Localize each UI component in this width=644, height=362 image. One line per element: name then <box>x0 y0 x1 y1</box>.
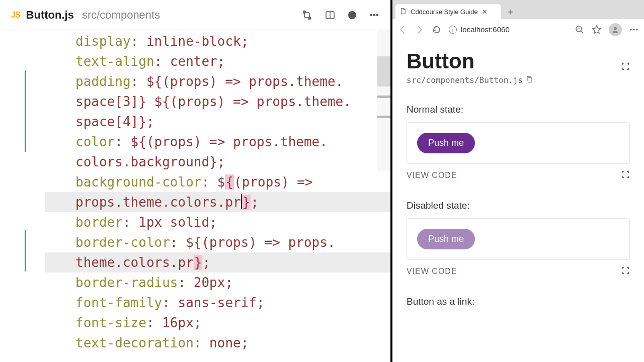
file-name: Button.js <box>26 9 74 22</box>
favorite-icon[interactable] <box>592 25 602 35</box>
back-button[interactable] <box>397 25 408 35</box>
editor-tab-bar: JS Button.js src/components <box>0 0 390 30</box>
section-label: Button as a link: <box>407 296 630 307</box>
minimap-thumb[interactable] <box>377 56 390 86</box>
js-file-icon: JS <box>11 11 20 20</box>
svg-line-8 <box>581 31 583 33</box>
view-code-toggle[interactable]: VIEW CODE <box>407 267 457 276</box>
fullscreen-icon[interactable] <box>621 266 630 277</box>
example-box: Push me <box>407 218 630 260</box>
section-label: Normal state: <box>407 104 630 115</box>
svg-point-13 <box>636 29 637 30</box>
code-line[interactable]: border-color: ${(props) => props. <box>45 232 390 252</box>
svg-point-10 <box>614 27 617 30</box>
copy-path-icon[interactable] <box>526 75 533 85</box>
section-label: Disabled state: <box>407 200 630 211</box>
code-line[interactable]: space[3]} ${(props) => props.theme. <box>45 92 390 112</box>
view-code-toggle[interactable]: VIEW CODE <box>407 171 457 180</box>
zoom-icon[interactable] <box>575 25 585 35</box>
code-line[interactable]: font-family: sans-serif; <box>45 293 390 313</box>
code-line[interactable]: background-color: ${(props) => <box>45 172 390 192</box>
svg-point-6 <box>376 14 378 16</box>
code-line[interactable]: colors.background}; <box>45 152 390 172</box>
profile-avatar[interactable] <box>609 23 622 36</box>
code-line[interactable]: border: 1px solid; <box>45 212 390 232</box>
minimap[interactable] <box>377 30 390 171</box>
new-tab-button[interactable]: ＋ <box>504 5 517 18</box>
code-line[interactable]: text-align: center; <box>45 51 390 71</box>
address-text: localhost:6060 <box>461 25 510 34</box>
more-actions-icon[interactable] <box>369 10 379 20</box>
code-line[interactable]: color: ${(props) => props.theme. <box>45 132 390 152</box>
address-bar[interactable]: i localhost:6060 <box>449 25 568 34</box>
page-icon <box>399 8 407 16</box>
browser-tab[interactable]: Cddcourse Style Guide ✕ <box>395 4 501 19</box>
browser-menu-icon[interactable] <box>629 25 639 35</box>
browser-tab-strip: Cddcourse Style Guide ✕ ＋ <box>392 0 644 19</box>
code-editor[interactable]: display: inline-block;text-align: center… <box>0 30 390 362</box>
minimap-blip <box>377 116 390 118</box>
browser-pane: Cddcourse Style Guide ✕ ＋ i localhost:60… <box>392 0 644 362</box>
page-title: Button <box>407 49 533 73</box>
browser-tab-title: Cddcourse Style Guide <box>411 8 478 16</box>
svg-rect-14 <box>528 78 532 82</box>
component-path: src/components/Button.js <box>407 75 523 85</box>
file-path: src/components <box>82 9 160 22</box>
site-info-icon[interactable]: i <box>449 26 457 34</box>
editor-pane: JS Button.js src/components display: inl… <box>0 0 392 362</box>
code-line[interactable]: theme.colors.pr}; <box>45 252 390 273</box>
example-button-disabled: Push me <box>417 229 475 249</box>
fullscreen-icon[interactable] <box>621 170 630 181</box>
refresh-button[interactable] <box>432 25 442 35</box>
editor-open-file-tab[interactable]: JS Button.js src/components <box>11 9 160 22</box>
svg-point-12 <box>633 29 634 30</box>
example-box: Push me <box>407 122 630 164</box>
fullscreen-icon[interactable] <box>621 62 630 73</box>
svg-point-11 <box>630 29 631 30</box>
close-tab-icon[interactable]: ✕ <box>482 8 488 16</box>
code-line[interactable]: display: inline-block; <box>45 31 390 51</box>
split-editor-icon[interactable] <box>325 10 335 20</box>
styleguide-page: Button src/components/Button.js Normal s… <box>392 40 644 362</box>
code-line[interactable]: props.theme.colors.pr}; <box>45 192 390 212</box>
code-line[interactable]: font-size: 16px; <box>45 313 390 333</box>
svg-point-4 <box>370 14 372 16</box>
minimap-blip <box>377 96 390 98</box>
code-line[interactable]: text-decoration: none; <box>45 333 390 353</box>
svg-point-5 <box>373 14 375 16</box>
browser-toolbar: i localhost:6060 <box>392 19 644 40</box>
code-line[interactable]: padding: ${(props) => props.theme. <box>45 71 390 92</box>
forward-button[interactable] <box>415 25 425 35</box>
example-button[interactable]: Push me <box>417 133 475 153</box>
code-line[interactable]: space[4]}; <box>45 112 390 132</box>
unsaved-indicator-icon <box>348 11 356 19</box>
compare-icon[interactable] <box>302 10 312 20</box>
code-line[interactable]: border-radius: 20px; <box>45 273 390 293</box>
